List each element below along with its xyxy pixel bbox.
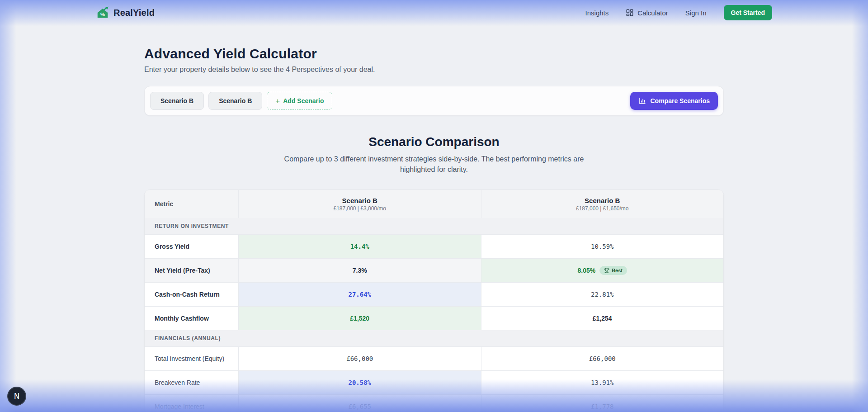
table-row: Total Investment (Equity)£66,000£66,000 <box>145 346 723 370</box>
dashboard-icon <box>626 9 634 17</box>
comparison-table-body: RETURN ON INVESTMENTGross Yield14.4%10.5… <box>145 218 723 412</box>
get-started-button[interactable]: Get Started <box>724 5 772 20</box>
metric-label: Cash-on-Cash Return <box>145 283 238 306</box>
scenario-column-header: Scenario B £187,000 | £1,650/mo <box>481 190 724 218</box>
trophy-icon <box>604 268 609 273</box>
floating-n-label: N <box>14 392 20 401</box>
table-header-row: Metric Scenario B £187,000 | £3,000/mo S… <box>145 190 723 218</box>
plus-icon: + <box>275 97 280 105</box>
metric-value: 20.58% <box>348 379 371 386</box>
metric-value-cell: 10.59% <box>481 235 724 258</box>
metric-value: 7.3% <box>353 267 367 274</box>
metric-value-cell: 8.05%Best <box>481 259 724 282</box>
add-scenario-button[interactable]: + Add Scenario <box>267 92 332 110</box>
scenario-details: £187,000 | £3,000/mo <box>333 205 386 212</box>
realyield-house-icon: % <box>96 6 109 19</box>
scenario-tab[interactable]: Scenario B <box>150 92 204 110</box>
metric-value: £1,778 <box>591 403 614 410</box>
floating-n-button[interactable]: N <box>7 387 26 406</box>
metric-value-cell: £1,778 <box>481 395 724 412</box>
metric-value-cell: £66,000 <box>481 347 724 370</box>
sign-in-link[interactable]: Sign In <box>685 9 707 17</box>
brand-name: RealYield <box>113 8 155 18</box>
scenario-tabs: Scenario B Scenario B + Add Scenario <box>150 92 332 110</box>
table-section-header: FINANCIALS (ANNUAL) <box>145 330 723 346</box>
metric-value: £1,254 <box>593 315 612 322</box>
nav-link-calculator[interactable]: Calculator <box>626 9 668 17</box>
scenario-details: £187,000 | £1,650/mo <box>576 205 629 212</box>
metric-value: 14.4% <box>350 243 369 250</box>
metric-value: 8.05% <box>577 267 595 274</box>
page-background: % RealYield Insights Ca <box>0 0 868 412</box>
comparison-title: Scenario Comparison <box>144 135 724 149</box>
top-nav: % RealYield Insights Ca <box>0 0 868 25</box>
comparison-subtitle: Compare up to 3 different investment str… <box>278 154 590 175</box>
scenario-name: Scenario B <box>585 197 620 204</box>
metric-label: Net Yield (Pre-Tax) <box>145 259 238 282</box>
table-row: Breakeven Rate20.58%13.91% <box>145 370 723 394</box>
metric-value-cell: £6,655 <box>238 395 481 412</box>
right-edge-glow <box>852 0 868 412</box>
metric-column-header: Metric <box>145 190 238 218</box>
add-scenario-label: Add Scenario <box>283 97 324 104</box>
metric-value-cell: 13.91% <box>481 371 724 394</box>
metric-label: Monthly Cashflow <box>145 307 238 330</box>
brand-logo[interactable]: % RealYield <box>96 6 155 19</box>
scenario-bar: Scenario B Scenario B + Add Scenario Com <box>144 86 724 116</box>
compare-scenarios-label: Compare Scenarios <box>651 97 710 104</box>
table-row: Cash-on-Cash Return27.64%22.81% <box>145 282 723 306</box>
metric-value-cell: £1,254 <box>481 307 724 330</box>
best-badge: Best <box>599 266 627 275</box>
scenario-column-header: Scenario B £187,000 | £3,000/mo <box>238 190 481 218</box>
metric-value: 10.59% <box>591 243 614 250</box>
metric-value: £66,000 <box>589 355 616 362</box>
svg-text:%: % <box>100 12 105 17</box>
metric-label: Breakeven Rate <box>145 371 238 394</box>
page-title: Advanced Yield Calculator <box>144 46 724 62</box>
table-row: Monthly Cashflow£1,520£1,254 <box>145 306 723 330</box>
nav-link-label: Calculator <box>637 9 668 17</box>
metric-value-cell: 20.58% <box>238 371 481 394</box>
metric-value: 27.64% <box>348 291 371 298</box>
nav-link-insights[interactable]: Insights <box>585 9 609 17</box>
metric-value: £1,520 <box>350 315 369 322</box>
best-badge-label: Best <box>612 268 623 273</box>
scenario-name: Scenario B <box>342 197 377 204</box>
table-row: Gross Yield14.4%10.59% <box>145 234 723 258</box>
page-subtitle: Enter your property details below to see… <box>144 66 724 74</box>
metric-value: 13.91% <box>591 379 614 386</box>
nav-links: Insights Calculator Sign In Get Started <box>585 5 772 20</box>
metric-value-cell: £66,000 <box>238 347 481 370</box>
table-row: Mortgage Interest£6,655£1,778 <box>145 394 723 412</box>
table-row: Net Yield (Pre-Tax)7.3%8.05%Best <box>145 258 723 282</box>
comparison-table: Metric Scenario B £187,000 | £3,000/mo S… <box>144 189 724 412</box>
metric-label: Mortgage Interest <box>145 395 238 412</box>
metric-value: £6,655 <box>348 403 371 410</box>
metric-value-cell: 7.3% <box>238 259 481 282</box>
bar-chart-icon <box>638 97 646 105</box>
compare-scenarios-button[interactable]: Compare Scenarios <box>630 92 718 110</box>
main-content: Advanced Yield Calculator Enter your pro… <box>144 25 724 412</box>
metric-value: 22.81% <box>591 291 614 298</box>
scenario-tab[interactable]: Scenario B <box>208 92 262 110</box>
metric-value-cell: 14.4% <box>238 235 481 258</box>
metric-label: Total Investment (Equity) <box>145 347 238 370</box>
metric-value-cell: 22.81% <box>481 283 724 306</box>
table-section-header: RETURN ON INVESTMENT <box>145 218 723 234</box>
metric-value-cell: £1,520 <box>238 307 481 330</box>
left-edge-glow <box>0 0 16 412</box>
metric-value-cell: 27.64% <box>238 283 481 306</box>
metric-label: Gross Yield <box>145 235 238 258</box>
metric-value: £66,000 <box>346 355 373 362</box>
